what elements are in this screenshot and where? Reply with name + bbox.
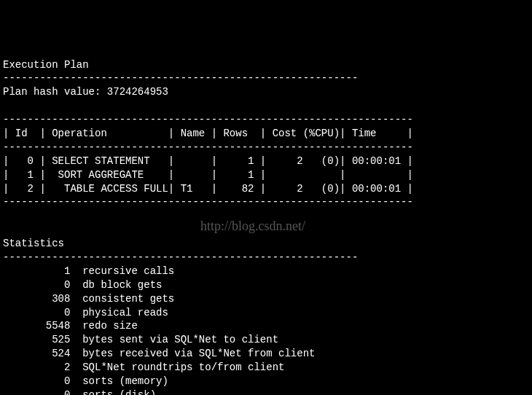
divider: ----------------------------------------… [3, 251, 358, 263]
table-border: ----------------------------------------… [3, 141, 413, 153]
execution-plan-output: Execution Plan -------------------------… [3, 58, 529, 395]
section-title: Statistics [3, 238, 64, 249]
table-border: ----------------------------------------… [3, 114, 413, 125]
table-row: | 0 | SELECT STATEMENT | | 1 | 2 (0)| 00… [3, 155, 413, 167]
section-title: Execution Plan [3, 59, 89, 71]
plan-hash-label: Plan hash value: [3, 86, 101, 98]
table-row: | 1 | SORT AGGREGATE | | 1 | | | [3, 169, 413, 181]
divider: ----------------------------------------… [3, 72, 358, 84]
stats-list: 1 recursive calls 0 db block gets 308 co… [3, 265, 529, 395]
plan-hash-value: 3724264953 [107, 86, 168, 98]
table-row: | 2 | TABLE ACCESS FULL| T1 | 82 | 2 (0)… [3, 183, 413, 195]
table-border: ----------------------------------------… [3, 196, 413, 208]
table-header-row: | Id | Operation | Name | Rows | Cost (%… [3, 128, 413, 139]
